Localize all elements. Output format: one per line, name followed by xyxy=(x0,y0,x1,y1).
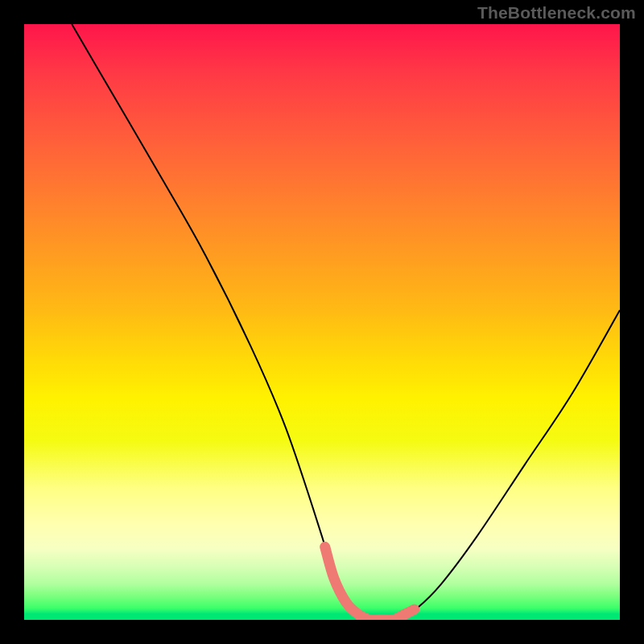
chart-container: TheBottleneck.com xyxy=(0,0,644,644)
bottleneck-chart xyxy=(24,24,620,620)
highlight-plateau xyxy=(325,547,415,620)
curve-line xyxy=(72,24,620,620)
watermark-text: TheBottleneck.com xyxy=(477,3,636,23)
plot-area xyxy=(24,24,620,620)
